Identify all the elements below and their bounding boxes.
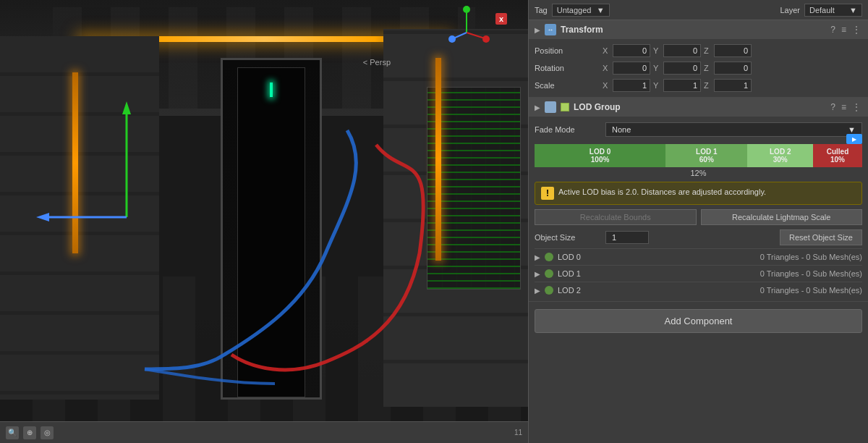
- lod-items-list: ▶ LOD 0 0 Triangles - 0 Sub Mesh(es) ▶ L…: [535, 248, 862, 298]
- position-label: Position: [535, 46, 600, 55]
- lod-bar[interactable]: LOD 0 100% LOD 1 60% LOD 2 30% Culled 10…: [535, 144, 862, 167]
- position-z-field[interactable]: [714, 44, 752, 57]
- display-grid: [427, 88, 520, 289]
- lod-1-info: 0 Triangles - 0 Sub Mesh(es): [760, 269, 862, 278]
- transform-collapse-icon: ▶: [535, 26, 540, 34]
- corridor-center: [145, 43, 398, 400]
- fade-mode-row: Fade Mode None ▼: [535, 119, 862, 140]
- lod-0-label: LOD 0: [558, 253, 594, 261]
- lod-0-info: 0 Triangles - 0 Sub Mesh(es): [760, 253, 862, 261]
- lod-actions: ? ≡ ⋮: [829, 102, 862, 112]
- lod-2-label: LOD 2: [558, 286, 594, 295]
- add-component-button[interactable]: Add Component: [535, 309, 862, 333]
- transform-header[interactable]: ▶ ↔ Transform ? ≡ ⋮: [529, 20, 868, 39]
- lod-0-bar[interactable]: LOD 0 100%: [535, 144, 665, 167]
- position-z-coord: Z: [704, 44, 752, 57]
- door-inner: [237, 67, 305, 397]
- scale-row: Scale X Y Z: [535, 77, 862, 94]
- lod-1-arrow[interactable]: ▶: [535, 270, 540, 278]
- door-light: [270, 83, 273, 97]
- tag-label: Tag: [535, 6, 548, 14]
- lod-settings-icon[interactable]: ≡: [840, 102, 848, 112]
- transform-component: ▶ ↔ Transform ? ≡ ⋮ Position X Y: [529, 20, 868, 98]
- left-wall-panels: [0, 36, 159, 400]
- right-wall: [383, 29, 528, 407]
- scale-x-coord: X: [603, 79, 650, 92]
- scale-x-field[interactable]: [613, 79, 650, 92]
- rotation-z-field[interactable]: [714, 62, 752, 75]
- lod-1-dot: [545, 269, 553, 278]
- reset-object-size-button[interactable]: Reset Object Size: [780, 229, 862, 245]
- lod-culled-bar[interactable]: Culled 10%: [813, 144, 862, 167]
- object-size-label: Object Size: [535, 233, 600, 242]
- recalculate-lightmap-button[interactable]: Recalculate Lightmap Scale: [701, 209, 863, 225]
- lod-0-arrow[interactable]: ▶: [535, 253, 540, 261]
- recalculate-bounds-button[interactable]: Recalculate Bounds: [535, 209, 697, 225]
- accent-strip-left: [72, 72, 78, 253]
- position-x-field[interactable]: [613, 44, 650, 57]
- transform-overflow-icon[interactable]: ⋮: [851, 25, 862, 35]
- transform-actions: ? ≡ ⋮: [829, 25, 862, 35]
- lod-enabled-checkbox[interactable]: [561, 103, 569, 111]
- transform-icon: ↔: [545, 24, 556, 35]
- layer-dropdown[interactable]: Default ▼: [804, 4, 862, 17]
- lod-overflow-icon[interactable]: ⋮: [851, 102, 862, 112]
- lod-1-bar[interactable]: LOD 1 60%: [665, 144, 747, 167]
- toolbar-mesh-icon[interactable]: ◎: [41, 426, 54, 439]
- object-size-row: Object Size Reset Object Size: [535, 229, 862, 245]
- lod-2-dot: [545, 286, 553, 295]
- toolbar-search-icon[interactable]: 🔍: [6, 426, 19, 439]
- transform-body: Position X Y Z Rotation X: [529, 39, 868, 97]
- position-y-field[interactable]: [663, 44, 701, 57]
- scale-label: Scale: [535, 81, 600, 90]
- position-y-coord: Y: [653, 44, 701, 57]
- rotation-row: Rotation X Y Z: [535, 59, 862, 77]
- lod-camera-icon: ▶: [846, 134, 862, 144]
- warning-text: Active LOD bias is 2.0. Distances are ad…: [558, 187, 766, 198]
- viewport-toolbar[interactable]: 🔍 ⊕ ◎ 11: [0, 421, 528, 443]
- lod-collapse-icon: ▶: [535, 104, 540, 111]
- lod-current-pct: 12%: [535, 169, 862, 177]
- fade-mode-dropdown[interactable]: None ▼: [605, 122, 862, 137]
- recalculate-buttons: Recalculate Bounds Recalculate Lightmap …: [535, 209, 862, 225]
- lod-body: Fade Mode None ▼ ▶ LOD 0 100%: [529, 117, 868, 301]
- lod-help-icon[interactable]: ?: [829, 102, 837, 112]
- rotation-y-coord: Y: [653, 62, 701, 75]
- perspective-label: < Persp: [363, 58, 391, 67]
- lod-group-component: ▶ LOD Group ? ≡ ⋮ Fade Mode None ▼: [529, 98, 868, 302]
- object-size-field[interactable]: [605, 231, 649, 244]
- rotation-x-coord: X: [603, 62, 650, 75]
- transform-title: Transform: [561, 25, 603, 35]
- transform-settings-icon[interactable]: ≡: [840, 25, 848, 35]
- rotation-z-coord: Z: [704, 62, 752, 75]
- transform-help-icon[interactable]: ?: [829, 25, 837, 35]
- lod-item-2: ▶ LOD 2 0 Triangles - 0 Sub Mesh(es): [535, 282, 862, 298]
- inspector-panel: Tag Untagged ▼ Layer Default ▼ ▶ ↔ Trans…: [528, 0, 868, 443]
- lod-item-0: ▶ LOD 0 0 Triangles - 0 Sub Mesh(es): [535, 248, 862, 265]
- tag-dropdown[interactable]: Untagged ▼: [552, 4, 610, 17]
- lod-2-bar[interactable]: LOD 2 30%: [747, 144, 813, 167]
- lod-warning-box: ! Active LOD bias is 2.0. Distances are …: [535, 182, 862, 205]
- lod-2-info: 0 Triangles - 0 Sub Mesh(es): [760, 286, 862, 295]
- lod-1-label: LOD 1: [558, 269, 594, 278]
- door-frame: [221, 58, 322, 400]
- toolbar-count: 11: [514, 429, 522, 436]
- layer-label: Layer: [780, 6, 800, 14]
- position-x-coord: X: [603, 44, 650, 57]
- scale-y-field[interactable]: [663, 79, 701, 92]
- lod-header[interactable]: ▶ LOD Group ? ≡ ⋮: [529, 98, 868, 117]
- lod-icon: [545, 101, 556, 113]
- lod-bar-wrapper: ▶ LOD 0 100% LOD 1 60% LOD 2 30%: [535, 144, 862, 177]
- scale-z-coord: Z: [704, 79, 752, 92]
- position-row: Position X Y Z: [535, 42, 862, 59]
- rotation-x-field[interactable]: [613, 62, 650, 75]
- scale-z-field[interactable]: [714, 79, 752, 92]
- rotation-y-field[interactable]: [663, 62, 701, 75]
- tag-layer-row: Tag Untagged ▼ Layer Default ▼: [529, 0, 868, 20]
- lod-item-1: ▶ LOD 1 0 Triangles - 0 Sub Mesh(es): [535, 265, 862, 282]
- toolbar-group-icon[interactable]: ⊕: [23, 426, 36, 439]
- lod-2-arrow[interactable]: ▶: [535, 287, 540, 295]
- lod-0-dot: [545, 253, 553, 261]
- viewport[interactable]: x < Persp 🔍 ⊕ ◎ 11: [0, 0, 528, 443]
- warning-icon: !: [541, 187, 554, 200]
